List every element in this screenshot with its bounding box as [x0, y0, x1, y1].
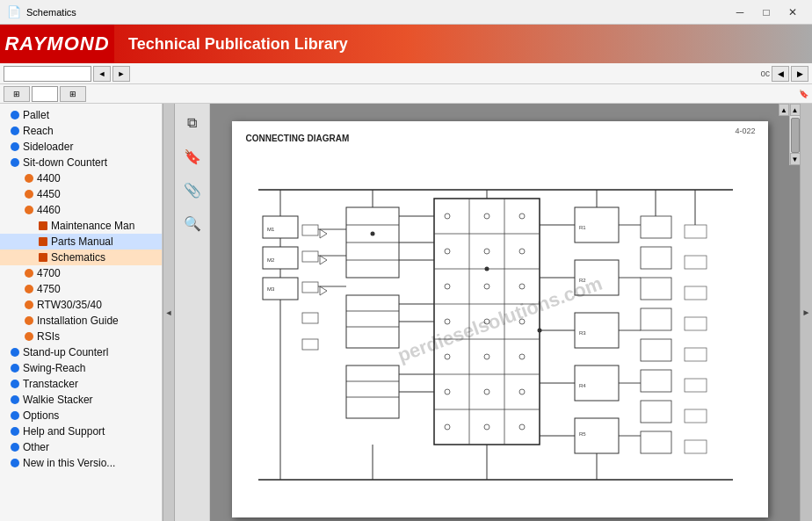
sidebar-item-help[interactable]: Help and Support	[0, 423, 162, 439]
right-panel-collapse[interactable]: ►	[800, 104, 812, 521]
sidebar-item-4750[interactable]: 4750	[0, 281, 162, 297]
page-indicator: oc	[760, 69, 770, 78]
svg-text:R1: R1	[579, 225, 586, 230]
bullet-swing-reach	[11, 364, 19, 373]
bullet-walkie-stacker	[11, 395, 19, 404]
scrollbar-thumb[interactable]	[791, 118, 800, 153]
svg-rect-65	[641, 401, 671, 423]
sidebar-item-pallet[interactable]: Pallet	[0, 107, 162, 123]
collapse-arrow-icon: ◄	[165, 308, 173, 317]
title-bar: 📄 Schematics ─ □ ✕	[0, 0, 812, 25]
bullet-help	[11, 427, 19, 436]
search-input[interactable]	[4, 66, 91, 82]
title-bar-left: 📄 Schematics	[7, 5, 76, 18]
close-button[interactable]: ✕	[780, 4, 805, 21]
sidebar-label-sit-down: Sit-down Countert	[23, 156, 107, 169]
sidebar-item-maintenance[interactable]: Maintenance Man	[0, 218, 162, 234]
nav-back-btn[interactable]: ◄	[93, 66, 111, 82]
sidebar-item-4400[interactable]: 4400	[0, 170, 162, 186]
scroll-up-arrow[interactable]: ▲	[779, 104, 789, 116]
sidebar-item-sit-down[interactable]: Sit-down Countert	[0, 155, 162, 170]
sidebar-item-rtw[interactable]: RTW30/35/40	[0, 297, 162, 313]
svg-point-114	[370, 232, 374, 236]
sidebar-item-options[interactable]: Options	[0, 408, 162, 423]
sidebar-label-maintenance: Maintenance Man	[51, 220, 134, 232]
pdf-page: 4-022 CONNECTING DIAGRAM perdieselsoluti…	[232, 121, 768, 517]
svg-rect-9	[302, 225, 318, 235]
logo-text: RAYMOND	[4, 33, 109, 55]
sidebar-item-transtacker[interactable]: Transtacker	[0, 376, 162, 392]
sidebar-label-swing-reach: Swing-Reach	[23, 362, 85, 374]
sidebar-label-schematics: Schematics	[51, 251, 105, 264]
toolbar-btn-1[interactable]: ◀	[772, 66, 789, 82]
icon-panel: ⧉ 🔖 📎 🔍	[175, 104, 210, 521]
main-layout: Pallet Reach Sideloader Sit-down Counter…	[0, 104, 812, 521]
sidebar: Pallet Reach Sideloader Sit-down Counter…	[0, 104, 163, 521]
sidebar-label-reach: Reach	[23, 125, 54, 137]
sidebar-label-transtacker: Transtacker	[23, 378, 78, 390]
sidebar-item-sideloader[interactable]: Sideloader	[0, 139, 162, 155]
sidebar-item-schematics[interactable]: Schematics	[0, 250, 162, 265]
sidebar-item-swing-reach[interactable]: Swing-Reach	[0, 360, 162, 376]
svg-rect-67	[685, 225, 707, 238]
content-area: ▲ 4-022 CONNECTING DIAGRAM perdieselsolu…	[210, 104, 800, 521]
sidebar-label-standup: Stand-up Counterl	[23, 346, 108, 358]
right-panel-arrow-icon: ►	[802, 308, 811, 317]
toolbar2-btn-2[interactable]: ⊞	[60, 86, 86, 102]
search-btn[interactable]: 🔍	[180, 211, 205, 235]
toolbar2-btn-1[interactable]: ⊞	[4, 86, 30, 102]
scroll-down-btn[interactable]: ▼	[790, 153, 801, 165]
icon-book-schematics	[39, 253, 47, 262]
sidebar-item-4450[interactable]: 4450	[0, 186, 162, 202]
svg-rect-59	[641, 216, 671, 238]
sidebar-item-parts-manual[interactable]: Parts Manual	[0, 234, 162, 250]
bullet-4450	[25, 190, 33, 199]
sidebar-item-walkie-stacker[interactable]: Walkie Stacker	[0, 392, 162, 408]
attach-icon: 📎	[184, 182, 201, 199]
svg-rect-11	[302, 282, 318, 293]
svg-point-45	[484, 389, 489, 394]
svg-point-40	[484, 213, 489, 219]
svg-point-33	[445, 213, 450, 219]
svg-rect-62	[641, 308, 671, 330]
toolbar-btn-2[interactable]: ▶	[791, 66, 808, 82]
sidebar-label-4700: 4700	[37, 267, 61, 279]
svg-point-52	[519, 389, 525, 394]
sidebar-label-options: Options	[23, 409, 59, 422]
svg-point-36	[445, 319, 450, 324]
svg-point-47	[519, 213, 525, 219]
bullet-options	[11, 411, 19, 420]
sidebar-item-4460[interactable]: 4460	[0, 202, 162, 218]
sidebar-collapse-btn[interactable]: ◄	[163, 104, 175, 521]
minimize-button[interactable]: ─	[728, 4, 752, 21]
sidebar-item-4700[interactable]: 4700	[0, 265, 162, 281]
attach-btn[interactable]: 📎	[180, 177, 205, 202]
title-bar-controls: ─ □ ✕	[728, 4, 805, 21]
sidebar-item-standup[interactable]: Stand-up Counterl	[0, 344, 162, 360]
svg-rect-73	[685, 409, 707, 423]
sidebar-label-parts-manual: Parts Manual	[51, 235, 113, 248]
sidebar-item-rsis[interactable]: RSIs	[0, 329, 162, 344]
sidebar-label-walkie-stacker: Walkie Stacker	[23, 394, 93, 406]
svg-point-50	[519, 319, 525, 324]
bullet-4460	[25, 206, 33, 214]
page-input[interactable]	[32, 86, 58, 102]
scroll-up-btn[interactable]: ▲	[790, 104, 801, 116]
sidebar-item-new-version[interactable]: New in this Versio...	[0, 455, 162, 471]
nav-fwd-btn[interactable]: ►	[112, 66, 130, 82]
svg-point-37	[445, 354, 450, 359]
bookmark-icon: 🔖	[184, 148, 201, 165]
sidebar-label-sideloader: Sideloader	[23, 141, 73, 153]
sidebar-label-4750: 4750	[37, 283, 61, 295]
sidebar-label-rtw: RTW30/35/40	[37, 299, 102, 311]
copy-btn[interactable]: ⧉	[180, 111, 205, 135]
svg-text:M1: M1	[267, 227, 275, 232]
app-header: RAYMOND Technical Publication Library	[0, 25, 812, 63]
sidebar-item-installation[interactable]: Installation Guide	[0, 313, 162, 329]
maximize-button[interactable]: □	[754, 4, 779, 21]
sidebar-label-new-version: New in this Versio...	[23, 457, 115, 469]
sidebar-item-reach[interactable]: Reach	[0, 123, 162, 139]
sidebar-item-other[interactable]: Other	[0, 439, 162, 455]
bookmark-btn[interactable]: 🔖	[180, 144, 205, 169]
svg-text:R5: R5	[579, 431, 586, 437]
